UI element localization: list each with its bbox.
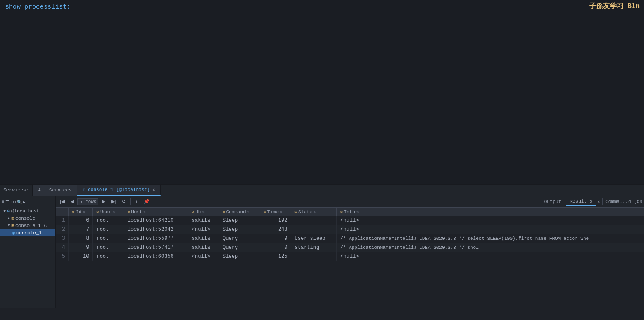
- cell-id: 7: [69, 225, 93, 234]
- cell-user: root: [93, 216, 124, 225]
- console-tab-close[interactable]: ✕: [153, 187, 155, 192]
- table-body: 16rootlocalhost:64210sakilaSleep192<null…: [56, 216, 644, 261]
- id-col-icon: ⊞: [72, 209, 74, 214]
- tree-item-console1[interactable]: ▼ ⊞ console_1 77: [0, 222, 55, 229]
- tree-badge-console1: 77: [43, 223, 48, 228]
- cell-time: 125: [260, 252, 291, 261]
- cell-info: <null>: [337, 216, 644, 225]
- cell-command: Query: [219, 234, 260, 243]
- services-tabbar: Services: All Services ⊞ console 1 [@loc…: [0, 184, 644, 196]
- cell-info: <null>: [337, 225, 644, 234]
- host-sort-icon: ⇅: [144, 209, 146, 214]
- sidebar: ≡ ☰ ⊞ ⊟ 🔍 ▶ ▼ ⊙ @localhost ▶ ⊞ console ▼…: [0, 196, 56, 308]
- col-db[interactable]: ⊞ db ⇅: [188, 208, 219, 216]
- editor-area: show processlist; 子孫友学习 Bln: [0, 0, 644, 184]
- cell-user: root: [93, 243, 124, 252]
- tree-arrow-localhost: ▼: [3, 209, 6, 213]
- tree-icon-localhost: ⊙: [7, 208, 10, 214]
- separator2: [602, 198, 603, 205]
- command-sort-icon: ⇅: [247, 209, 249, 214]
- cell-db: <null>: [188, 252, 219, 261]
- tab-close-result5[interactable]: ✕: [597, 199, 600, 204]
- user-sort-icon: ⇅: [113, 209, 115, 214]
- tree-label-console1: console_1: [15, 223, 41, 228]
- tree-item-console[interactable]: ▶ ⊞ console: [0, 215, 55, 222]
- separator1: [130, 198, 131, 205]
- col-command[interactable]: ⊞ Command ⇅: [219, 208, 260, 216]
- info-sort-icon: ⇅: [356, 209, 359, 214]
- cell-host: localhost:55977: [124, 234, 188, 243]
- cell-host: localhost:57417: [124, 243, 188, 252]
- sidebar-toggle-icon[interactable]: ≡: [2, 200, 4, 204]
- sidebar-arrow-icon[interactable]: ▶: [23, 200, 25, 205]
- table-row[interactable]: 27rootlocalhost:52042<null>Sleep248<null…: [56, 225, 644, 234]
- cell-time: 0: [260, 243, 291, 252]
- tree-item-console1-child[interactable]: ◉ console_1: [0, 229, 55, 236]
- content-area: |◀ ◀ 5 rows ▶ ▶| ↺ + 📌 Output Result 5 ✕…: [56, 196, 644, 308]
- main-panel: ≡ ☰ ⊞ ⊟ 🔍 ▶ ▼ ⊙ @localhost ▶ ⊞ console ▼…: [0, 196, 644, 308]
- state-col-icon: ⊞: [295, 209, 297, 214]
- db-col-icon: ⊞: [192, 209, 194, 214]
- status-right: Comma...d (CS: [605, 199, 642, 204]
- add-row-btn[interactable]: +: [132, 197, 140, 206]
- sidebar-grid-icon[interactable]: ⊟: [13, 200, 16, 205]
- id-sort-icon: ⇅: [83, 209, 85, 214]
- services-console-tab[interactable]: ⊞ console 1 [@localhost] ✕: [77, 185, 161, 196]
- cell-time: 192: [260, 216, 291, 225]
- col-user[interactable]: ⊞ User ⇅: [93, 208, 124, 216]
- col-id[interactable]: ⊞ Id ⇅: [69, 208, 93, 216]
- tree-arrow-console: ▶: [8, 216, 10, 221]
- results-toolbar: |◀ ◀ 5 rows ▶ ▶| ↺ + 📌 Output Result 5 ✕…: [56, 196, 644, 207]
- col-time[interactable]: ⊞ Time ⇅: [260, 208, 291, 216]
- cell-host: localhost:60356: [124, 252, 188, 261]
- cell-time: 9: [260, 234, 291, 243]
- table-row[interactable]: 510rootlocalhost:60356<null>Sleep125<nul…: [56, 252, 644, 261]
- db-sort-icon: ⇅: [202, 209, 204, 214]
- tree-arrow-console1: ▼: [8, 224, 10, 228]
- col-state[interactable]: ⊞ State ⇅: [291, 208, 337, 216]
- last-btn[interactable]: ▶|: [109, 197, 119, 206]
- next-btn[interactable]: ▶: [99, 197, 108, 206]
- time-sort-icon: ⇅: [280, 209, 282, 214]
- cell-state: [291, 225, 337, 234]
- cell-state: [291, 252, 337, 261]
- tree-label-console: console: [15, 216, 35, 221]
- cell-id: 6: [69, 216, 93, 225]
- cell-id: 8: [69, 234, 93, 243]
- table-row[interactable]: 49rootlocalhost:57417sakilaQuery0startin…: [56, 243, 644, 252]
- cell-rownum: 5: [56, 252, 69, 261]
- table-row[interactable]: 16rootlocalhost:64210sakilaSleep192<null…: [56, 216, 644, 225]
- cell-command: Sleep: [219, 225, 260, 234]
- first-btn[interactable]: |◀: [57, 197, 67, 206]
- result-table-container[interactable]: ⊞ Id ⇅ ⊞ User ⇅: [56, 207, 644, 308]
- col-rownum[interactable]: [56, 208, 69, 216]
- sidebar-search-icon[interactable]: 🔍: [17, 200, 22, 205]
- cell-info: /* ApplicationName=IntelliJ IDEA 2020.3.…: [337, 243, 644, 252]
- cell-db: sakila: [188, 243, 219, 252]
- cell-host: localhost:64210: [124, 216, 188, 225]
- pin-btn[interactable]: 📌: [141, 197, 152, 206]
- services-label: Services:: [0, 185, 33, 196]
- output-tab[interactable]: Output: [541, 198, 565, 205]
- col-info[interactable]: ⊞ Info ⇅: [337, 208, 644, 216]
- time-col-icon: ⊞: [264, 209, 266, 214]
- cell-info: /* ApplicationName=IntelliJ IDEA 2020.3.…: [337, 234, 644, 243]
- table-row[interactable]: 38rootlocalhost:55977sakilaQuery9User sl…: [56, 234, 644, 243]
- result5-tab[interactable]: Result 5: [566, 198, 596, 206]
- prev-btn[interactable]: ◀: [68, 197, 77, 206]
- toolbar-right: Output Result 5 ✕ Comma...d (CS: [541, 198, 642, 206]
- col-host[interactable]: ⊞ Host ⇅: [124, 208, 188, 216]
- services-all-tab[interactable]: All Services: [33, 185, 77, 196]
- cell-rownum: 4: [56, 243, 69, 252]
- tree-icon-console1: ⊞: [11, 223, 14, 228]
- rows-dropdown[interactable]: 5 rows: [77, 198, 99, 205]
- cell-rownum: 2: [56, 225, 69, 234]
- sidebar-sort-icon[interactable]: ⊞: [10, 200, 12, 205]
- tree-icon-console: ⊞: [11, 215, 14, 221]
- tree-label-console1-child: console_1: [16, 230, 42, 236]
- tree-item-localhost[interactable]: ▼ ⊙ @localhost: [0, 207, 55, 215]
- sidebar-list-icon[interactable]: ☰: [5, 200, 9, 205]
- result-table: ⊞ Id ⇅ ⊞ User ⇅: [56, 207, 644, 261]
- refresh-btn[interactable]: ↺: [119, 197, 128, 206]
- tree-icon-console1-child: ◉: [12, 230, 15, 236]
